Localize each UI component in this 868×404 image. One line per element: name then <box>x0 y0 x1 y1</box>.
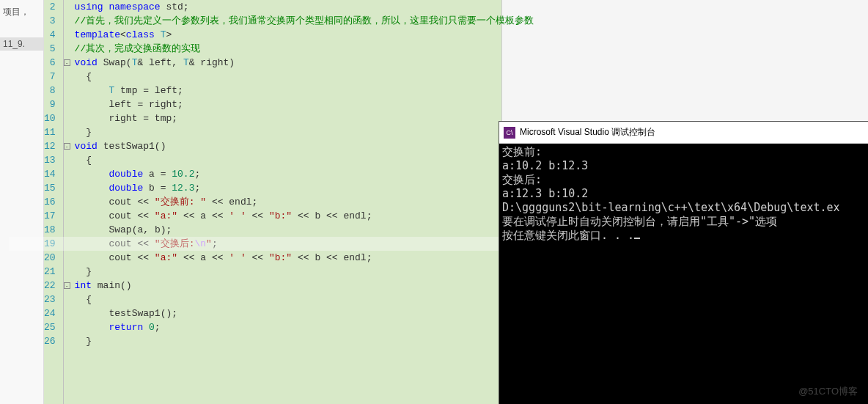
code-line[interactable]: template<class T> <box>75 28 534 42</box>
console-line: a:10.2 b:12.3 <box>502 159 865 173</box>
code-line[interactable]: } <box>75 125 534 139</box>
code-line[interactable]: T tmp = left; <box>75 84 534 98</box>
fold-toggle <box>64 209 70 223</box>
code-line[interactable]: cout << "a:" << a << ' ' << "b:" << b <<… <box>75 209 534 223</box>
line-number: 25 <box>44 320 56 334</box>
console-line: a:12.3 b:10.2 <box>502 187 865 201</box>
fold-toggle <box>64 320 70 334</box>
console-line: 要在调试停止时自动关闭控制台，请启用"工具"->"选项 <box>502 215 865 229</box>
line-number: 10 <box>44 111 56 125</box>
line-number: 2 <box>44 0 56 14</box>
code-line[interactable]: cout << "交换前: " << endl; <box>75 195 534 209</box>
code-line[interactable]: void testSwap1() <box>75 139 534 153</box>
line-number: 15 <box>44 181 56 195</box>
code-line[interactable]: right = tmp; <box>75 111 534 125</box>
fold-toggle[interactable]: - <box>64 139 70 153</box>
fold-toggle <box>64 195 70 209</box>
explorer-item[interactable]: 项目， <box>0 4 43 20</box>
line-number: 14 <box>44 167 56 181</box>
line-number: 11 <box>44 125 56 139</box>
fold-toggle <box>64 70 70 84</box>
code-editor[interactable]: 2345678910111213141516171819202122232425… <box>44 0 502 404</box>
console-title: Microsoft Visual Studio 调试控制台 <box>520 126 655 139</box>
code-line[interactable]: void Swap(T& left, T& right) <box>75 56 534 70</box>
code-line[interactable]: return 0; <box>75 320 534 334</box>
fold-toggle <box>64 98 70 111</box>
fold-toggle <box>64 265 70 279</box>
line-number-gutter: 2345678910111213141516171819202122232425… <box>44 0 64 404</box>
code-line[interactable]: double b = 12.3; <box>75 181 534 195</box>
fold-toggle[interactable]: - <box>64 56 70 70</box>
console-line: 交换前: <box>502 145 865 159</box>
line-number: 7 <box>44 70 56 84</box>
explorer-item[interactable]: 11_9. <box>0 37 43 51</box>
line-number: 20 <box>44 251 56 265</box>
solution-explorer[interactable]: 项目，11_9. <box>0 0 44 404</box>
line-number: 8 <box>44 84 56 98</box>
line-number: 4 <box>44 28 56 42</box>
vs-icon: C\ <box>504 127 515 139</box>
fold-toggle <box>64 237 70 251</box>
console-cursor <box>634 238 640 239</box>
fold-toggle <box>64 42 70 56</box>
line-number: 16 <box>44 195 56 209</box>
fold-toggle[interactable]: - <box>64 279 70 293</box>
fold-toggle <box>64 306 70 320</box>
code-line[interactable]: { <box>75 153 534 167</box>
code-line[interactable]: int main() <box>75 279 534 293</box>
console-line: 按任意键关闭此窗口. . . <box>502 229 865 243</box>
code-line[interactable]: testSwap1(); <box>75 306 534 320</box>
line-number: 17 <box>44 209 56 223</box>
fold-toggle <box>64 181 70 195</box>
console-titlebar[interactable]: C\ Microsoft Visual Studio 调试控制台 <box>499 122 868 144</box>
fold-toggle <box>64 223 70 237</box>
code-line[interactable]: } <box>75 265 534 279</box>
fold-toggle <box>64 167 70 181</box>
line-number: 18 <box>44 223 56 237</box>
fold-toggle <box>64 14 70 28</box>
fold-toggle <box>64 111 70 125</box>
code-line[interactable]: cout << "a:" << a << ' ' << "b:" << b <<… <box>75 251 534 265</box>
fold-toggle <box>64 251 70 265</box>
line-number: 23 <box>44 293 56 306</box>
line-number: 3 <box>44 14 56 28</box>
line-number: 22 <box>44 279 56 293</box>
console-output[interactable]: 交换前:a:10.2 b:12.3交换后:a:12.3 b:10.2D:\ggg… <box>499 144 868 244</box>
line-number: 24 <box>44 306 56 320</box>
code-line[interactable]: using namespace std; <box>75 0 534 14</box>
fold-toggle <box>64 125 70 139</box>
debug-console-window[interactable]: C\ Microsoft Visual Studio 调试控制台 交换前:a:1… <box>499 121 868 404</box>
fold-toggle <box>64 28 70 42</box>
fold-toggle <box>64 153 70 167</box>
code-line[interactable]: { <box>75 70 534 84</box>
line-number: 5 <box>44 42 56 56</box>
line-number: 12 <box>44 139 56 153</box>
code-line[interactable]: //首先，我们先定义一个参数列表，我们通常交换两个类型相同的函数，所以，这里我们… <box>75 14 534 28</box>
code-line[interactable]: } <box>75 334 534 348</box>
line-number: 19 <box>44 237 56 251</box>
fold-toggle <box>64 84 70 98</box>
fold-toggle <box>64 293 70 306</box>
code-line[interactable]: { <box>75 293 534 306</box>
line-number: 26 <box>44 334 56 348</box>
line-number: 13 <box>44 153 56 167</box>
code-line[interactable]: //其次，完成交换函数的实现 <box>75 42 534 56</box>
code-line[interactable]: double a = 10.2; <box>75 167 534 181</box>
fold-toggle <box>64 334 70 348</box>
code-line[interactable]: Swap(a, b); <box>75 223 534 237</box>
line-number: 6 <box>44 56 56 70</box>
line-number: 21 <box>44 265 56 279</box>
code-line[interactable]: left = right; <box>75 98 534 111</box>
console-line: 交换后: <box>502 173 865 187</box>
fold-toggle <box>64 0 70 14</box>
code-body[interactable]: using namespace std;//首先，我们先定义一个参数列表，我们通… <box>70 0 534 404</box>
line-number: 9 <box>44 98 56 111</box>
code-line[interactable]: cout << "交换后:\n"; <box>75 237 534 251</box>
fold-column[interactable]: --- <box>64 0 70 404</box>
console-line: D:\gggguns2\bit-learning\c++\text\x64\De… <box>502 201 865 215</box>
